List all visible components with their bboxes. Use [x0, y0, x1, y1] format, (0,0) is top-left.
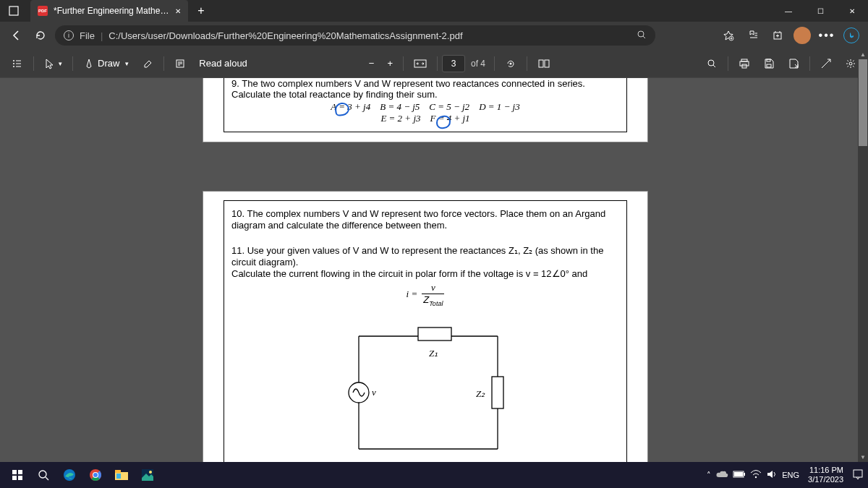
svg-rect-33	[767, 64, 771, 67]
scroll-thumb[interactable]	[859, 59, 867, 146]
svg-point-25	[510, 62, 512, 64]
close-window-button[interactable]: ✕	[836, 0, 868, 22]
save-as-button[interactable]	[782, 53, 805, 74]
svg-rect-60	[116, 474, 121, 479]
photos-taskbar-icon[interactable]	[135, 463, 161, 487]
ink-annotation-f	[435, 115, 451, 129]
scroll-down-arrow[interactable]: ▼	[858, 452, 868, 462]
edge-taskbar-icon[interactable]	[56, 463, 82, 487]
zoom-in-button[interactable]: +	[381, 53, 399, 74]
svg-rect-26	[539, 60, 543, 67]
taskbar[interactable]: ˄ ENG 11:16 PM 3/17/2023	[0, 462, 868, 488]
read-aloud-button[interactable]: Read aloud	[193, 53, 253, 74]
erase-button[interactable]	[136, 53, 159, 74]
more-button[interactable]: •••	[816, 25, 838, 46]
svg-rect-49	[18, 476, 22, 480]
vertical-scrollbar[interactable]: ▲ ▼	[858, 49, 868, 462]
pdf-page-4: 10. The complex numbers V and W represen…	[203, 191, 648, 462]
svg-rect-34	[767, 59, 770, 61]
site-info-icon[interactable]: i	[64, 30, 74, 40]
tray-chevron-icon[interactable]: ˄	[707, 471, 711, 480]
q10-text: 10. The complex numbers V and W represen…	[231, 208, 619, 232]
chrome-taskbar-icon[interactable]	[82, 463, 109, 487]
svg-point-35	[849, 62, 852, 65]
profile-button[interactable]	[791, 25, 813, 46]
bing-button[interactable]	[841, 25, 862, 46]
pdf-viewer[interactable]: 9. The two complex numbers V and W repre…	[0, 78, 858, 462]
tab-title: *Further Engineering Mathematic	[54, 6, 169, 16]
q11-text-line1: 11. Use your given values of V and W to …	[231, 245, 619, 269]
svg-point-57	[93, 473, 98, 477]
zoom-indicator-icon[interactable]	[637, 30, 647, 42]
wifi-icon[interactable]	[750, 470, 762, 480]
svg-rect-67	[854, 470, 862, 477]
q11-text-line2: Calculate the current flowing in the cir…	[231, 268, 619, 279]
url-box[interactable]: i File | C:/Users/user/Downloads/Further…	[55, 25, 655, 46]
onedrive-icon[interactable]	[715, 470, 728, 480]
search-button[interactable]	[30, 463, 56, 487]
q9-text-line1: 9. The two complex numbers V and W repre…	[231, 78, 619, 89]
refresh-button[interactable]	[30, 25, 51, 46]
pdf-icon: PDF	[38, 6, 48, 16]
svg-point-16	[13, 63, 14, 64]
svg-line-51	[46, 477, 48, 480]
svg-rect-65	[734, 472, 743, 476]
favorites-bar-button[interactable]	[742, 25, 764, 46]
svg-point-62	[149, 471, 152, 474]
clock[interactable]: 11:16 PM 3/17/2023	[804, 466, 848, 484]
svg-rect-24	[414, 60, 426, 67]
svg-point-28	[708, 60, 714, 66]
language-indicator[interactable]: ENG	[782, 471, 799, 479]
browser-tab[interactable]: PDF *Further Engineering Mathematic ✕	[30, 0, 188, 22]
svg-rect-64	[744, 473, 745, 476]
zoom-out-button[interactable]: −	[363, 53, 380, 74]
pdf-page-3: 9. The two complex numbers V and W repre…	[203, 78, 648, 142]
scroll-up-arrow[interactable]: ▲	[858, 49, 868, 59]
svg-point-66	[755, 476, 757, 478]
new-tab-button[interactable]: +	[191, 1, 211, 21]
maximize-button[interactable]: ☐	[804, 0, 836, 22]
svg-rect-47	[18, 470, 22, 474]
svg-line-29	[713, 65, 715, 67]
find-button[interactable]	[700, 53, 723, 74]
battery-icon[interactable]	[733, 471, 746, 479]
svg-rect-37	[418, 328, 451, 341]
file-explorer-icon[interactable]	[109, 463, 135, 487]
svg-point-18	[13, 66, 14, 67]
svg-line-2	[643, 36, 645, 38]
save-button[interactable]	[757, 53, 780, 74]
url-text: C:/Users/user/Downloads/Further%20Engine…	[109, 30, 462, 41]
svg-rect-31	[740, 61, 749, 66]
collections-button[interactable]	[767, 25, 788, 46]
page-view-button[interactable]	[532, 53, 556, 74]
fullscreen-button[interactable]	[814, 53, 838, 74]
draw-button[interactable]: Draw ▾	[77, 53, 135, 74]
window-menu-icon[interactable]	[0, 0, 27, 22]
volume-icon[interactable]	[766, 469, 778, 481]
notifications-icon[interactable]	[852, 468, 864, 481]
back-button[interactable]	[6, 25, 26, 46]
contents-button[interactable]	[6, 53, 29, 74]
cursor-tool-button[interactable]: ▾	[38, 53, 68, 74]
page-number-input[interactable]	[442, 55, 465, 72]
svg-rect-27	[545, 60, 549, 67]
highlight-button[interactable]	[169, 53, 192, 74]
svg-rect-59	[115, 470, 121, 473]
svg-rect-46	[12, 470, 17, 474]
start-button[interactable]	[4, 463, 30, 487]
svg-rect-40	[492, 377, 503, 408]
rotate-button[interactable]	[499, 53, 522, 74]
svg-rect-48	[12, 476, 17, 480]
print-button[interactable]	[733, 53, 756, 74]
svg-point-50	[39, 471, 46, 478]
minimize-button[interactable]: —	[773, 0, 804, 22]
favorite-button[interactable]	[718, 25, 739, 46]
fit-width-button[interactable]	[408, 53, 433, 74]
circuit-diagram: v Z₁ Z₂	[331, 320, 519, 462]
svg-point-1	[638, 31, 644, 37]
page-count-label: of 4	[471, 59, 485, 69]
svg-point-14	[13, 60, 14, 61]
file-protocol-label: File	[80, 30, 95, 41]
q9-text-line2: Calculate the total reactance by finding…	[231, 89, 619, 100]
close-tab-icon[interactable]: ✕	[175, 7, 181, 15]
